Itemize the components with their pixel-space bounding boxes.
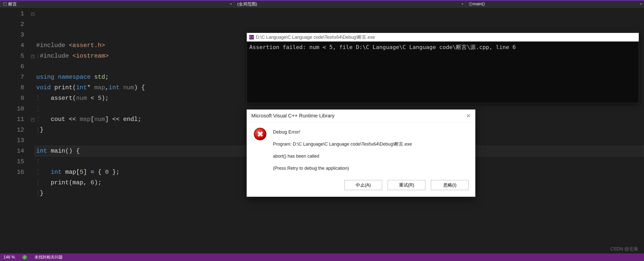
line-number: 16 [0,167,24,178]
watermark: CSDN @北海 [610,246,638,252]
file-dropdown[interactable]: 断言 [0,1,234,7]
console-titlebar[interactable]: C:\ D:\C Language\C Language code\Test\x… [247,33,639,41]
code-line[interactable] [36,199,644,209]
console-app-icon: C:\ [249,35,254,39]
dialog-hint-line: (Press Retry to debug the application) [273,164,412,172]
line-number: 8 [0,82,24,93]
issues-icon[interactable]: ✓ [22,255,27,259]
line-number: 7 [0,72,24,82]
ignore-button[interactable]: 忽略(I) [431,180,469,190]
dialog-heading: Debug Error! [273,128,412,136]
line-number: 10 [0,104,24,114]
file-name: 断言 [8,1,17,7]
console-title: D:\C Language\C Language code\Test\x64\D… [256,34,375,40]
fold-toggle[interactable]: − [31,55,34,58]
retry-button[interactable]: 重试(R) [388,180,425,190]
line-number: 5 [0,51,24,61]
close-icon[interactable]: ✕ [466,113,471,119]
console-window[interactable]: C:\ D:\C Language\C Language code\Test\x… [247,33,639,103]
runtime-error-dialog: Microsoft Visual C++ Runtime Library ✕ ✖… [247,109,475,197]
line-number: 14 [0,146,24,156]
line-number-gutter: 12345678910111213141516 [0,8,30,253]
console-output: Assertion failed: num < 5, file D:\C Lan… [247,41,639,53]
zoom-level[interactable]: 146 % [4,255,15,259]
dialog-program-line: Program: D:\C Language\C Language code\T… [273,140,412,148]
line-number: 3 [0,30,24,40]
line-number: 6 [0,61,24,72]
issues-text[interactable]: 未找到相关问题 [34,255,63,260]
line-number: 12 [0,125,24,135]
line-number: 2 [0,19,24,30]
fold-toggle[interactable]: − [31,13,34,16]
line-number: 13 [0,135,24,146]
error-icon: ✖ [254,128,266,140]
file-icon [3,2,7,6]
dialog-text: Debug Error! Program: D:\C Language\C La… [273,128,412,172]
abort-button[interactable]: 中止(A) [344,180,382,190]
fold-toggle[interactable]: − [31,118,34,121]
scope-dropdown[interactable]: (全局范围) [234,1,465,7]
line-number: 9 [0,93,24,104]
cube-icon [469,2,473,6]
dialog-button-row: 中止(A) 重试(R) 忽略(I) [247,175,475,197]
function-dropdown[interactable]: main() [465,1,644,7]
line-number: 1 [0,9,24,19]
line-number: 15 [0,156,24,167]
scope-label: (全局范围) [237,1,257,7]
line-number: 4 [0,40,24,51]
dialog-title: Microsoft Visual C++ Runtime Library [251,113,335,119]
function-label: main() [473,2,485,7]
breadcrumb-bar: 断言 (全局范围) main() [0,0,644,8]
dialog-titlebar[interactable]: Microsoft Visual C++ Runtime Library ✕ [247,110,475,122]
line-number: 11 [0,114,24,125]
fold-column[interactable]: −−− [31,8,36,253]
dialog-abort-line: abort() has been called [273,152,412,160]
status-bar: 146 % ✓ 未找到相关问题 [0,253,644,261]
dialog-body: ✖ Debug Error! Program: D:\C Language\C … [247,122,475,175]
